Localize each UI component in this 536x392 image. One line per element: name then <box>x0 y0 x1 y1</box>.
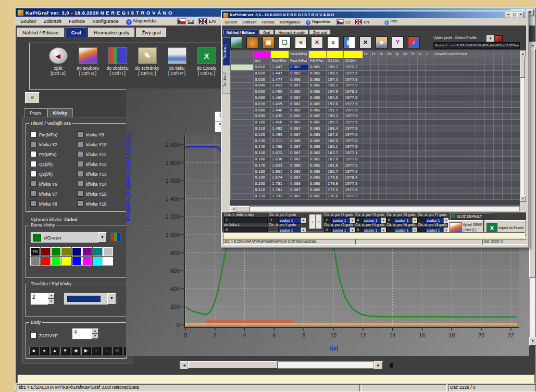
grid-cell[interactable] <box>484 193 494 200</box>
line-style-combo[interactable]: ▼ <box>64 293 117 305</box>
tab-hromadn-grafy[interactable]: Hromadné grafy <box>88 28 135 37</box>
grid-cell[interactable]: 0.087 <box>289 193 309 200</box>
grid-header-cell[interactable] <box>467 50 476 58</box>
stepper-arrows[interactable]: ▲▼ <box>48 293 55 305</box>
lang-en[interactable]: EN <box>209 18 216 24</box>
grid-header-cell[interactable]: I <box>425 50 433 58</box>
chart-horizontal-scrollbar[interactable]: ◄ ► <box>180 361 382 370</box>
curve-checkbox[interactable] <box>77 161 83 167</box>
flag-en-icon[interactable] <box>355 19 362 24</box>
flag-en-icon[interactable] <box>198 18 207 24</box>
thickness-stepper[interactable]: 2 ▲▼ <box>30 293 55 305</box>
scrollbar-thumb[interactable] <box>188 361 278 369</box>
grid-header-cell[interactable]: Qc <box>402 50 410 58</box>
menu-funkce[interactable]: Funkce <box>259 20 277 24</box>
curve-checkbox[interactable] <box>77 200 83 207</box>
grid-cell[interactable] <box>402 193 410 200</box>
grid-header-cell[interactable] <box>230 50 254 58</box>
clear-black-icon[interactable]: ✕ <box>359 36 371 48</box>
toolbar-button-printer[interactable]: do tisku[ Ctrl+P ] <box>162 46 192 76</box>
grid-cell[interactable] <box>493 193 503 200</box>
flag-cz-icon[interactable] <box>177 18 186 24</box>
color-combo[interactable]: clGreen ▼ <box>30 232 107 243</box>
curve-checkbox[interactable] <box>77 171 83 177</box>
chart-vertical-scrollbar[interactable]: ▲ ▼ <box>529 42 536 346</box>
grid-cell[interactable] <box>433 193 467 200</box>
menu-konfigurace[interactable]: Konfigurace <box>277 20 303 24</box>
point-shape-button[interactable]: ■ <box>29 347 39 355</box>
palette-color[interactable] <box>51 257 61 265</box>
curve-checkbox[interactable] <box>30 151 36 157</box>
lang-cz[interactable]: CZ <box>345 20 351 24</box>
stepper-arrows[interactable]: ▲▼ <box>92 328 98 339</box>
curve-checkbox[interactable] <box>77 131 83 137</box>
lang-en[interactable]: EN <box>364 20 369 24</box>
palette-dialog-icon[interactable] <box>110 232 121 242</box>
swap-button[interactable]: ≡ <box>316 214 322 229</box>
grid-header-cell[interactable] <box>476 50 485 58</box>
palette-color[interactable] <box>93 257 103 265</box>
curve-checkbox[interactable] <box>30 131 36 137</box>
palette-color[interactable] <box>41 257 51 265</box>
scrollbar-thumb[interactable] <box>529 49 535 278</box>
scrollbar-thumb[interactable] <box>236 206 250 211</box>
open-image-icon[interactable] <box>230 36 242 48</box>
palette-color[interactable] <box>103 257 113 265</box>
palette-color[interactable] <box>82 257 92 265</box>
palette-color[interactable] <box>72 247 82 256</box>
grid-header-cell[interactable] <box>502 50 512 58</box>
curve-checkbox[interactable] <box>30 141 36 147</box>
notes-icon[interactable]: ♪ <box>408 36 420 48</box>
curve-checkbox[interactable] <box>30 171 36 177</box>
grid-header-cell[interactable]: Fc <box>363 50 371 58</box>
grid-header-cell[interactable] <box>253 50 271 58</box>
point-shape-button[interactable]: ▶ <box>81 347 91 355</box>
grid-vertical-scrollbar[interactable]: ▲ ▼ <box>520 50 526 206</box>
curve-checkbox[interactable] <box>77 191 83 197</box>
point-size-stepper[interactable]: 4 ▲▼ <box>72 328 99 339</box>
point-shape-button[interactable]: + <box>92 347 101 355</box>
grid-header-cell[interactable] <box>308 50 327 58</box>
tab-graf[interactable]: Graf <box>66 28 88 37</box>
user-icon[interactable]: ☻ <box>376 36 388 48</box>
menu-zobrazit[interactable]: Zobrazit <box>40 18 65 24</box>
palette-color[interactable] <box>61 257 71 265</box>
curve-checkbox[interactable] <box>77 141 83 147</box>
grid-cell[interactable] <box>363 193 371 200</box>
grid-header-cell[interactable] <box>343 50 363 58</box>
grid-cell[interactable]: 176.6 <box>326 193 344 200</box>
lang-cz[interactable]: CZ <box>188 18 194 24</box>
grid-cell[interactable]: 0.220 <box>253 193 271 200</box>
grid-header-cell[interactable]: Tc <box>378 50 387 58</box>
scroll-down-icon[interactable]: ▼ <box>520 195 526 202</box>
grid-cell[interactable] <box>409 193 418 200</box>
grid-cell[interactable] <box>370 193 379 200</box>
grid-cell[interactable] <box>511 193 520 200</box>
save-orange-icon[interactable]: ▦ <box>263 36 275 48</box>
grid-cell[interactable] <box>386 193 394 200</box>
palette-color[interactable] <box>30 257 40 265</box>
grid-cell[interactable] <box>378 193 387 200</box>
point-shape-button[interactable]: ▲ <box>50 347 59 355</box>
grid-cell[interactable]: 1977.5 <box>343 193 363 200</box>
folder-orange-icon[interactable] <box>246 36 258 48</box>
chevron-down-icon[interactable]: ▼ <box>301 218 306 223</box>
palette-color[interactable] <box>72 257 82 265</box>
grid-header-cell[interactable]: Ft <box>370 50 379 58</box>
chevron-down-icon[interactable]: ▼ <box>98 232 107 243</box>
grid-cell[interactable] <box>467 193 476 200</box>
side-tab-tabulka2[interactable]: Tabulka 2 <box>222 66 230 94</box>
points-toggle-checkbox[interactable] <box>30 332 36 338</box>
toolbar-button-picture[interactable]: do obrázku[ Ctrl+I ] <box>103 46 132 76</box>
grid-header-cell[interactable]: Pout(MPa) <box>289 50 309 58</box>
grid-header-cell[interactable]: FlowPiCurrentPixed <box>433 50 467 58</box>
curve-checkbox[interactable] <box>30 181 36 187</box>
curve-checkbox[interactable] <box>77 151 83 157</box>
palette-color[interactable] <box>51 247 61 256</box>
palette-color[interactable] <box>93 247 103 256</box>
menu-info[interactable]: iInfo <box>382 19 400 25</box>
toolbar-button-excel[interactable]: Xdo Excelu[ Ctrl+E ] <box>192 46 221 76</box>
side-tab-křivky[interactable]: Křivky <box>47 108 73 117</box>
palette-color[interactable] <box>61 247 71 256</box>
menu-konfigurace[interactable]: Konfigurace <box>89 18 122 24</box>
